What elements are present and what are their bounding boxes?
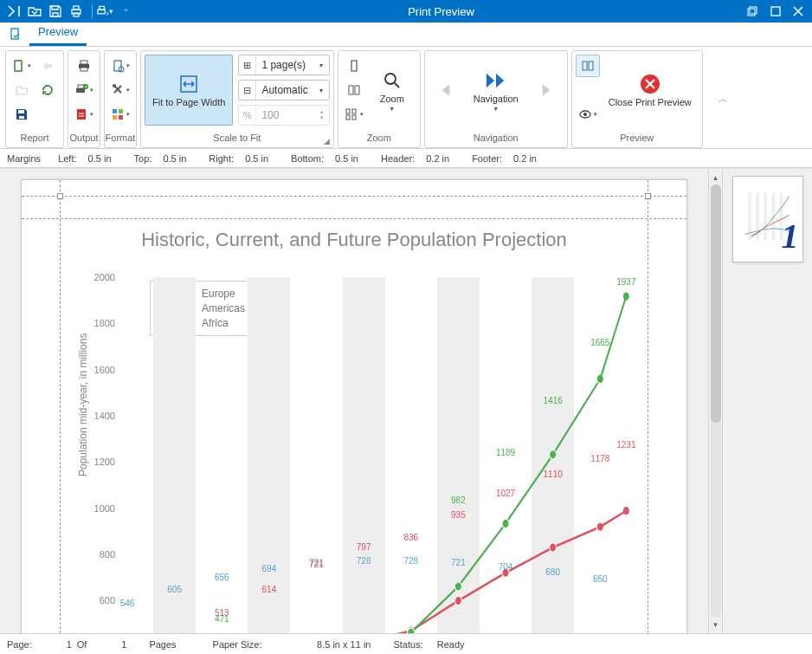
- margin-header-label: Header:: [381, 153, 415, 164]
- svg-rect-30: [346, 109, 350, 113]
- one-page-button[interactable]: [342, 55, 366, 77]
- svg-line-61: [600, 511, 626, 528]
- scroll-thumb[interactable]: [711, 185, 721, 423]
- options-button[interactable]: ▾: [108, 79, 132, 101]
- qat-save-icon[interactable]: [47, 3, 64, 20]
- separator: [92, 4, 93, 18]
- svg-rect-32: [346, 115, 350, 120]
- svg-rect-8: [11, 29, 18, 39]
- fit-to-page-width-button[interactable]: Fit to Page Width: [145, 55, 233, 126]
- thumbnails-toggle-button[interactable]: [576, 55, 600, 77]
- two-pages-button[interactable]: [342, 79, 366, 101]
- svg-rect-9: [15, 61, 22, 71]
- pages-across-combo[interactable]: ⊞1 page(s)▾: [238, 55, 329, 75]
- tab-preview[interactable]: Preview: [29, 21, 87, 46]
- qat-open-icon[interactable]: [26, 3, 43, 20]
- page-view[interactable]: Historic, Current, and Future Population…: [0, 169, 708, 633]
- margin-handle[interactable]: [57, 193, 63, 199]
- svg-rect-29: [355, 86, 359, 94]
- dialog-launcher-icon[interactable]: ◢: [324, 137, 330, 146]
- page-thumbnail-1[interactable]: 1: [732, 176, 803, 262]
- next-page-button: [527, 55, 564, 126]
- margin-guide-left[interactable]: [60, 180, 61, 633]
- svg-point-17: [83, 84, 88, 89]
- margins-bar: Margins Left:0.5 in Top:0.5 in Right:0.5…: [0, 149, 812, 168]
- svg-rect-1: [74, 6, 79, 10]
- close-preview-icon: [639, 73, 661, 95]
- margin-guide-right[interactable]: [648, 180, 648, 633]
- svg-rect-24: [113, 115, 117, 120]
- svg-rect-10: [18, 110, 24, 113]
- pages-down-combo[interactable]: ⊟Automatic▾: [238, 80, 329, 100]
- file-menu-icon[interactable]: [7, 25, 24, 42]
- group-label-output: Output: [68, 132, 100, 147]
- svg-rect-13: [81, 61, 87, 64]
- next-icon: [534, 79, 557, 101]
- svg-rect-16: [78, 85, 84, 88]
- open-report-button: [10, 79, 34, 101]
- group-report: ▾ Report: [5, 50, 64, 148]
- navigation-button[interactable]: Navigation ▼: [467, 55, 525, 126]
- svg-point-34: [385, 74, 396, 84]
- svg-rect-7: [771, 7, 780, 16]
- zoom-label: Zoom: [380, 94, 404, 104]
- svg-rect-3: [98, 10, 105, 14]
- quick-print-button[interactable]: ▾: [72, 79, 96, 101]
- new-report-button[interactable]: ▾: [10, 55, 34, 77]
- save-report-button[interactable]: [10, 103, 34, 126]
- titlebar: ▾ ⁼ Print Preview: [0, 0, 812, 23]
- zoom-button[interactable]: Zoom ▼: [368, 55, 416, 126]
- status-of-label: Of: [77, 639, 87, 650]
- prev-icon: [435, 79, 458, 101]
- page-setup-button[interactable]: ▾: [108, 55, 132, 77]
- group-label-navigation: Navigation: [425, 132, 567, 147]
- svg-point-68: [502, 519, 509, 528]
- print-button[interactable]: [72, 55, 96, 77]
- svg-point-38: [583, 113, 587, 116]
- qat-quickprint-icon[interactable]: ▾: [96, 3, 113, 20]
- fit-width-icon: [177, 73, 200, 95]
- margin-guide-header[interactable]: [22, 196, 686, 197]
- margin-header-value: 0.2 in: [418, 153, 454, 164]
- chart: Historic, Current, and Future Population…: [72, 229, 636, 633]
- styles-button[interactable]: ▾: [108, 103, 132, 126]
- close-preview-button[interactable]: Close Print Preview: [602, 55, 699, 126]
- close-icon[interactable]: [789, 3, 807, 20]
- svg-rect-4: [100, 6, 105, 10]
- status-paper-label: Paper Size:: [213, 639, 262, 650]
- many-pages-button[interactable]: ▾: [342, 103, 366, 126]
- percent-icon: %: [239, 106, 256, 125]
- collapse-ribbon-button[interactable]: ︿: [706, 93, 741, 106]
- margin-right-value: 0.5 in: [237, 153, 274, 164]
- navigation-icon: [485, 69, 507, 92]
- chevron-down-icon[interactable]: ▾: [313, 87, 329, 94]
- margin-top-value: 0.5 in: [155, 153, 191, 164]
- svg-rect-23: [119, 109, 123, 113]
- svg-rect-27: [351, 61, 357, 71]
- refresh-button[interactable]: [35, 79, 60, 101]
- export-pdf-button[interactable]: ▾: [72, 103, 96, 126]
- svg-rect-36: [589, 62, 593, 70]
- scroll-down-icon[interactable]: ▼: [711, 619, 721, 630]
- status-status-value: Ready: [437, 639, 465, 650]
- ribbon: ▾ Report ▾ ▾ Output ▾ ▾: [0, 47, 812, 149]
- chevron-down-icon[interactable]: ▾: [313, 62, 329, 69]
- group-label-zoom: Zoom: [338, 132, 420, 147]
- zoom-icon: [381, 69, 403, 92]
- scale-percent-combo: %100▲▼: [238, 105, 329, 126]
- margin-handle[interactable]: [645, 193, 651, 199]
- margin-top-label: Top:: [134, 153, 152, 164]
- status-page-label: Page:: [7, 639, 32, 650]
- qat-print-icon[interactable]: [68, 3, 85, 20]
- svg-point-67: [454, 582, 461, 592]
- scroll-track[interactable]: [711, 185, 721, 618]
- maximize-icon[interactable]: [767, 3, 784, 20]
- margin-guide-top[interactable]: [22, 218, 686, 219]
- scroll-up-icon[interactable]: ▲: [711, 172, 721, 183]
- vertical-scrollbar[interactable]: ▲ ▼: [708, 169, 722, 633]
- qat-customize-icon[interactable]: [5, 3, 23, 20]
- view-options-button[interactable]: ▾: [576, 103, 600, 126]
- group-navigation: Navigation ▼ Navigation: [424, 50, 568, 148]
- qat-more-icon[interactable]: ⁼: [117, 3, 134, 20]
- restore-down-icon[interactable]: [744, 3, 762, 20]
